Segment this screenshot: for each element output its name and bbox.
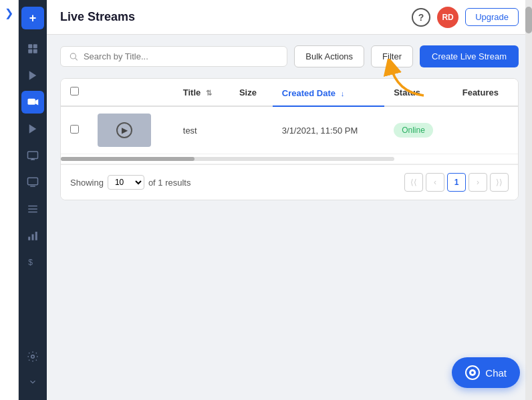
scroll-track[interactable] xyxy=(61,157,394,161)
thumbnail-col xyxy=(88,79,174,106)
sidebar-strip: ❯ xyxy=(0,0,19,400)
right-scrollbar[interactable] xyxy=(525,0,532,400)
svg-rect-17 xyxy=(32,234,34,240)
avatar: RD xyxy=(437,7,458,28)
sidebar-item-video[interactable] xyxy=(21,64,44,87)
row-checkbox-cell xyxy=(61,106,88,154)
page-title: Live Streams xyxy=(60,10,412,24)
filter-button[interactable]: Filter xyxy=(371,45,413,67)
features-cell xyxy=(453,106,518,154)
chat-button[interactable]: Chat xyxy=(452,357,520,388)
streams-table: Title ⇅ Size Created Date ↓ Status Featu… xyxy=(60,78,519,200)
pagination-bar: Showing 10 25 50 100 of 1 results ⟨⟨ ‹ 1 xyxy=(61,164,518,200)
size-col: Size xyxy=(230,79,273,106)
sidebar-item-analytics[interactable] xyxy=(21,224,44,247)
created-date-label: Created Date xyxy=(282,88,336,98)
svg-marker-6 xyxy=(35,99,39,106)
bulk-actions-button[interactable]: Bulk Actions xyxy=(294,45,364,67)
sidebar-item-list[interactable] xyxy=(21,198,44,220)
search-icon xyxy=(69,51,78,61)
title-sort-icon: ⇅ xyxy=(206,89,212,97)
svg-rect-3 xyxy=(33,49,37,53)
svg-point-20 xyxy=(31,355,35,359)
per-page-select[interactable]: 10 25 50 100 xyxy=(108,175,144,190)
svg-rect-16 xyxy=(28,237,30,240)
help-button[interactable]: ? xyxy=(412,8,430,27)
chat-icon xyxy=(465,365,480,380)
svg-rect-0 xyxy=(28,44,32,48)
of-label: of 1 results xyxy=(148,178,191,188)
sidebar-item-play[interactable] xyxy=(21,118,44,140)
features-col: Features xyxy=(453,79,518,106)
search-input[interactable] xyxy=(84,51,279,61)
scroll-bar-row xyxy=(61,154,518,164)
svg-rect-2 xyxy=(28,49,32,53)
sidebar-item-screen[interactable] xyxy=(21,144,44,167)
svg-rect-8 xyxy=(28,152,38,159)
scrollbar-thumb[interactable] xyxy=(525,7,532,33)
svg-line-22 xyxy=(76,58,78,60)
create-livestream-button[interactable]: Create Live Stream xyxy=(420,45,519,67)
header-actions: ? RD Upgrade xyxy=(412,7,519,28)
svg-marker-7 xyxy=(29,124,37,134)
svg-point-21 xyxy=(70,53,76,59)
svg-rect-11 xyxy=(28,178,38,185)
svg-rect-5 xyxy=(28,99,35,105)
svg-point-25 xyxy=(471,371,474,374)
next-page-button[interactable]: › xyxy=(469,173,487,192)
stream-thumbnail: ▶ xyxy=(98,114,151,147)
chat-label: Chat xyxy=(485,367,507,379)
stream-created-date: 3/1/2021, 11:50 PM xyxy=(282,126,358,136)
showing-label: Showing xyxy=(70,178,104,188)
status-badge: Online xyxy=(394,123,433,138)
last-page-button[interactable]: ⟩⟩ xyxy=(490,173,509,192)
svg-marker-4 xyxy=(29,71,37,80)
page-header: Live Streams ? RD Upgrade xyxy=(47,0,532,35)
scroll-thumb[interactable] xyxy=(61,157,194,161)
created-date-cell: 3/1/2021, 11:50 PM xyxy=(273,106,384,154)
size-cell xyxy=(230,106,273,154)
sidebar-item-settings[interactable] xyxy=(21,345,44,368)
created-date-col[interactable]: Created Date ↓ xyxy=(273,79,384,106)
showing-text: Showing 10 25 50 100 of 1 results xyxy=(70,175,399,190)
title-col[interactable]: Title ⇅ xyxy=(174,79,230,106)
first-page-button[interactable]: ⟨⟨ xyxy=(404,173,423,192)
search-wrapper xyxy=(60,46,287,67)
created-date-sort-icon: ↓ xyxy=(341,89,345,97)
svg-text:$: $ xyxy=(28,258,33,267)
title-cell: test xyxy=(174,106,230,154)
sidebar-item-chevron[interactable] xyxy=(21,371,44,393)
sidebar-item-monitor[interactable] xyxy=(21,171,44,194)
scrollbar-cell xyxy=(61,154,518,164)
svg-rect-18 xyxy=(35,232,37,240)
content-area: Bulk Actions Filter Create Live Stream xyxy=(47,35,532,400)
status-col: Status xyxy=(384,79,453,106)
title-col-label: Title xyxy=(183,87,201,97)
play-icon: ▶ xyxy=(116,122,132,138)
table-row: ▶ test 3/1/2021, 11:50 PM Onli xyxy=(61,106,518,154)
toolbar: Bulk Actions Filter Create Live Stream xyxy=(60,45,519,67)
status-cell: Online xyxy=(384,106,453,154)
select-all-checkbox[interactable] xyxy=(70,87,79,95)
stream-title: test xyxy=(183,126,197,136)
collapse-icon[interactable]: ❯ xyxy=(2,5,17,20)
prev-page-button[interactable]: ‹ xyxy=(426,173,444,192)
sidebar-item-dashboard[interactable] xyxy=(21,37,44,60)
upgrade-button[interactable]: Upgrade xyxy=(465,8,519,26)
table: Title ⇅ Size Created Date ↓ Status Featu… xyxy=(61,79,518,164)
main-sidebar: + xyxy=(19,0,47,400)
thumbnail-cell: ▶ xyxy=(88,106,174,154)
svg-rect-1 xyxy=(33,44,37,48)
sidebar-item-livestream[interactable] xyxy=(21,91,44,114)
select-all-col xyxy=(61,79,88,106)
page-1-button[interactable]: 1 xyxy=(447,173,466,192)
sidebar-item-billing[interactable]: $ xyxy=(21,251,44,274)
add-button[interactable]: + xyxy=(21,7,44,29)
pagination-controls: ⟨⟨ ‹ 1 › ⟩⟩ xyxy=(404,173,509,192)
row-checkbox[interactable] xyxy=(70,125,79,134)
table-header-row: Title ⇅ Size Created Date ↓ Status Featu… xyxy=(61,79,518,106)
